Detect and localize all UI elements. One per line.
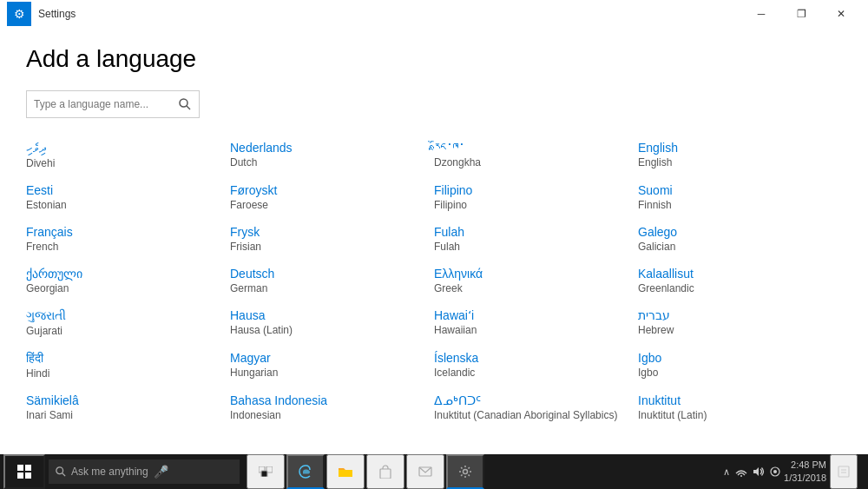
- edge-button[interactable]: [286, 454, 325, 489]
- taskbar-app-icons: [247, 454, 484, 489]
- volume-icon[interactable]: [753, 466, 765, 477]
- language-native-name: Inuktitut (Latin): [638, 409, 833, 421]
- taskview-button[interactable]: [247, 454, 285, 489]
- language-item[interactable]: DeutschGerman: [230, 260, 434, 301]
- language-item[interactable]: GalegoGalician: [638, 218, 842, 260]
- pen-icon[interactable]: [770, 466, 780, 477]
- mail-icon: [418, 466, 432, 477]
- language-native-name: Hungarian: [230, 367, 425, 379]
- language-item[interactable]: FrançaisFrench: [26, 218, 230, 260]
- language-name: Kalaallisut: [638, 267, 833, 281]
- language-item[interactable]: ქართულიGeorgian: [26, 260, 230, 301]
- language-name: Igbo: [638, 351, 833, 365]
- language-item[interactable]: InuktitutInuktitut (Latin): [638, 387, 842, 428]
- store-icon: [379, 465, 391, 479]
- language-item[interactable]: ދިވެހިDivehi: [26, 134, 230, 176]
- language-name: Eesti: [26, 183, 221, 197]
- language-item[interactable]: IsizuluisiZulu: [434, 428, 638, 437]
- taskbar-search-box[interactable]: Ask me anything 🎤: [49, 459, 240, 484]
- language-name: Føroyskt: [230, 183, 425, 197]
- language-item[interactable]: GaeilgeIrish: [26, 428, 230, 437]
- language-item[interactable]: FøroysktFaroese: [230, 176, 434, 218]
- language-item[interactable]: हिंदीHindi: [26, 344, 230, 387]
- language-item[interactable]: ΕλληνικάGreek: [434, 260, 638, 301]
- svg-rect-4: [17, 472, 23, 479]
- language-item[interactable]: HawaiʻiHawaiian: [434, 301, 638, 344]
- svg-rect-2: [17, 465, 23, 471]
- language-name: Inuktitut: [638, 393, 833, 407]
- svg-rect-10: [261, 471, 267, 477]
- language-name: Ελληνικά: [434, 267, 629, 281]
- close-button[interactable]: ✕: [821, 0, 861, 28]
- language-native-name: German: [230, 282, 425, 294]
- language-name: Galego: [638, 225, 833, 239]
- language-item[interactable]: EestiEstonian: [26, 176, 230, 218]
- file-explorer-button[interactable]: [326, 454, 365, 489]
- language-item[interactable]: ÍslenskaIcelandic: [434, 344, 638, 387]
- search-box: [26, 90, 200, 118]
- language-item[interactable]: KalaallisutGreenlandic: [638, 260, 842, 301]
- mail-button[interactable]: [406, 454, 444, 489]
- taskbar-right: ∧ 2:48 PM 1/31/2018: [723, 454, 865, 489]
- language-native-name: Filipino: [434, 199, 629, 211]
- language-item[interactable]: ItalianoItalian: [638, 428, 842, 437]
- search-button[interactable]: [171, 90, 199, 118]
- language-name: עברית: [638, 308, 833, 322]
- language-item[interactable]: NederlandsDutch: [230, 134, 434, 176]
- taskbar-clock[interactable]: 2:48 PM 1/31/2018: [784, 459, 826, 486]
- language-name: Isixhosa: [230, 435, 425, 437]
- network-icon[interactable]: [735, 466, 747, 477]
- language-item[interactable]: HausaHausa (Latin): [230, 301, 434, 344]
- language-native-name: Finnish: [638, 199, 833, 211]
- settings-button[interactable]: [446, 454, 484, 489]
- language-name: ދިވެހި: [26, 141, 221, 155]
- language-item[interactable]: SuomiFinnish: [638, 176, 842, 218]
- language-name: Filipino: [434, 183, 629, 197]
- start-button[interactable]: [3, 454, 45, 489]
- language-item[interactable]: རྫོང་ཁ་Dzongkha: [434, 134, 638, 176]
- notification-icon: [838, 466, 850, 478]
- restore-button[interactable]: ❐: [781, 0, 821, 28]
- language-name: ᐃᓄᒃᑎᑐᑦ: [434, 393, 629, 407]
- language-name: हिंदी: [26, 351, 221, 366]
- language-name: Hausa: [230, 308, 425, 322]
- language-search-input[interactable]: [27, 98, 171, 110]
- language-name: Frysk: [230, 225, 425, 239]
- language-name: Bahasa Indonesia: [230, 393, 425, 407]
- language-item[interactable]: IgboIgbo: [638, 344, 842, 387]
- title-bar-title: Settings: [38, 8, 76, 20]
- language-item[interactable]: עבריתHebrew: [638, 301, 842, 344]
- language-item[interactable]: FulahFulah: [434, 218, 638, 260]
- language-item[interactable]: FilipinoFilipino: [434, 176, 638, 218]
- language-native-name: English: [638, 156, 833, 169]
- settings-icon: ⚙: [14, 7, 25, 21]
- minimize-button[interactable]: ─: [741, 0, 781, 28]
- chevron-icon[interactable]: ∧: [723, 466, 730, 478]
- language-item[interactable]: SämikielâInari Sami: [26, 387, 230, 428]
- folder-icon: [338, 466, 353, 478]
- language-item[interactable]: FryskFrisian: [230, 218, 434, 260]
- title-bar-left: ⚙ Settings: [7, 2, 76, 26]
- language-native-name: Gujarati: [26, 325, 221, 337]
- language-native-name: Fulah: [434, 241, 629, 253]
- action-center-button[interactable]: [830, 454, 858, 489]
- language-native-name: Hebrew: [638, 324, 833, 336]
- language-item[interactable]: ᐃᓄᒃᑎᑐᑦInuktitut (Canadian Aboriginal Syl…: [434, 387, 638, 428]
- language-name: ქართული: [26, 267, 221, 281]
- svg-point-14: [740, 475, 742, 477]
- language-native-name: Igbo: [638, 367, 833, 379]
- svg-line-7: [62, 473, 65, 476]
- store-button[interactable]: [366, 454, 404, 489]
- language-item[interactable]: IsixhosaisiXhosa: [230, 428, 434, 437]
- taskview-icon: [259, 466, 273, 477]
- language-item[interactable]: Bahasa IndonesiaIndonesian: [230, 387, 434, 428]
- language-item[interactable]: EnglishEnglish: [638, 134, 842, 176]
- taskbar-search-icon: [56, 466, 66, 477]
- microphone-icon: 🎤: [154, 465, 168, 479]
- language-item[interactable]: ગુજરાતીGujarati: [26, 301, 230, 344]
- language-name: Gaeilge: [26, 435, 221, 437]
- language-item[interactable]: MagyarHungarian: [230, 344, 434, 387]
- page-title: Add a language: [26, 45, 842, 73]
- language-name: Italiano: [638, 435, 833, 437]
- language-native-name: Hausa (Latin): [230, 324, 425, 336]
